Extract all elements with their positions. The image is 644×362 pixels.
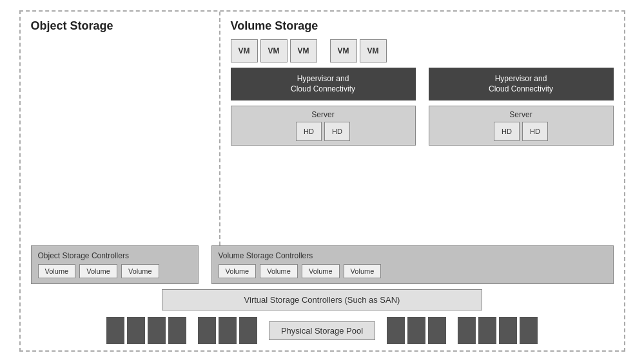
bottom-section: Virtual Storage Controllers (Such as SAN… <box>21 287 624 350</box>
volume-item: Volume <box>79 264 117 278</box>
physical-pool-row: Physical Storage Pool <box>31 317 614 344</box>
disk-block <box>428 317 446 344</box>
server-box-2: Server HD HD <box>429 106 614 146</box>
diagram-container: Object Storage Volume Storage VM VM VM V… <box>19 10 625 352</box>
server-box-1: Server HD HD <box>231 106 416 146</box>
volume-item: Volume <box>302 264 340 278</box>
object-storage-pane: Object Storage <box>21 12 220 245</box>
volume-controllers-label: Volume Storage Controllers <box>219 251 313 260</box>
volume-item: Volume <box>260 264 298 278</box>
physical-pool-label: Physical Storage Pool <box>269 321 375 340</box>
disk-block <box>499 317 517 344</box>
hd-row: HD HD <box>494 122 548 141</box>
vm-group-1: VM VM VM <box>231 39 317 62</box>
hd-box: HD <box>494 122 520 141</box>
disk-block <box>520 317 538 344</box>
vm-box: VM <box>330 39 357 62</box>
disk-block <box>168 317 186 344</box>
volume-items-row: Volume Volume Volume Volume <box>219 264 382 278</box>
object-volume-items-row: Volume Volume Volume <box>38 264 159 278</box>
object-controllers: Object Storage Controllers Volume Volume… <box>31 245 199 284</box>
disk-block <box>458 317 476 344</box>
vm-box: VM <box>260 39 288 62</box>
vm-box: VM <box>360 39 387 62</box>
object-storage-title: Object Storage <box>31 19 209 33</box>
object-controllers-label: Object Storage Controllers <box>38 251 129 260</box>
server-label: Server <box>509 110 532 119</box>
hd-row: HD HD <box>296 122 350 141</box>
disk-block <box>219 317 237 344</box>
volume-item: Volume <box>38 264 76 278</box>
disk-block <box>239 317 257 344</box>
disk-block <box>148 317 166 344</box>
hd-box: HD <box>522 122 548 141</box>
server-area: Server HD HD Server HD HD <box>231 106 614 146</box>
disk-block <box>407 317 425 344</box>
volume-item: Volume <box>121 264 159 278</box>
virtual-controllers-bar: Virtual Storage Controllers (Such as SAN… <box>162 289 482 310</box>
volume-item: Volume <box>219 264 257 278</box>
volume-storage-pane: Volume Storage VM VM VM VM VM Hypervisor… <box>220 12 624 245</box>
vm-box: VM <box>231 39 258 62</box>
volume-item: Volume <box>344 264 382 278</box>
vm-box: VM <box>290 39 317 62</box>
controllers-section: Object Storage Controllers Volume Volume… <box>21 245 624 284</box>
vm-group-2: VM VM <box>330 39 387 62</box>
server-label: Server <box>311 110 334 119</box>
vm-area: VM VM VM VM VM <box>231 39 614 62</box>
hd-box: HD <box>324 122 350 141</box>
volume-storage-title: Volume Storage <box>231 19 614 33</box>
hypervisor-box-1: Hypervisor andCloud Connectivity <box>231 68 416 100</box>
volume-controllers: Volume Storage Controllers Volume Volume… <box>211 245 614 284</box>
hypervisor-box-2: Hypervisor andCloud Connectivity <box>429 68 614 100</box>
disk-block <box>387 317 405 344</box>
disk-block <box>198 317 216 344</box>
disk-block <box>478 317 496 344</box>
disk-block <box>106 317 124 344</box>
hypervisor-area: Hypervisor andCloud Connectivity Hypervi… <box>231 68 614 100</box>
hd-box: HD <box>296 122 322 141</box>
disk-block <box>127 317 145 344</box>
